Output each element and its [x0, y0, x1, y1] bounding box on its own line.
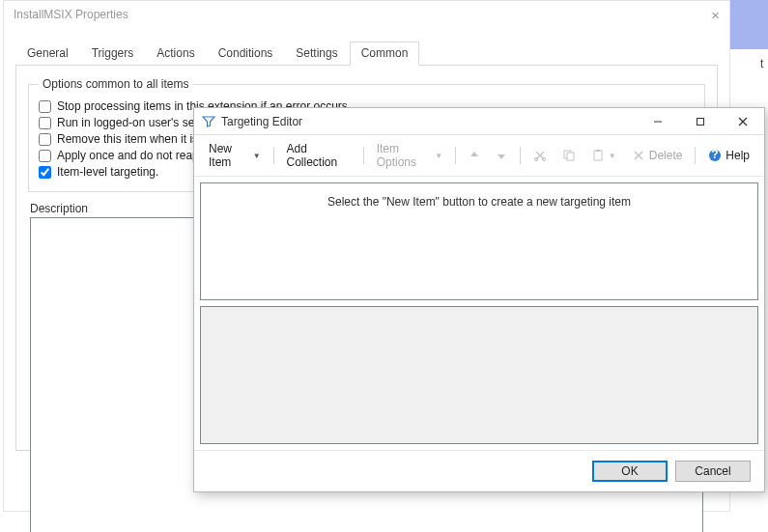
tab-conditions[interactable]: Conditions [207, 42, 285, 66]
checkbox-label: Apply once and do not reapply [57, 149, 213, 162]
add-collection-button[interactable]: Add Collection [280, 139, 357, 172]
paste-button: ▼ [584, 146, 623, 165]
targeting-editor-dialog: Targeting Editor New Item ▼ Add Collecti… [193, 107, 765, 492]
separator [455, 147, 456, 164]
tab-actions[interactable]: Actions [145, 42, 206, 66]
delete-icon [632, 149, 645, 162]
svg-rect-8 [594, 151, 602, 160]
cancel-button[interactable]: Cancel [675, 461, 751, 482]
properties-title: InstallMSIX Properties [14, 8, 128, 21]
dialog-buttons: OK Cancel [194, 450, 764, 491]
targeting-list[interactable]: Select the "New Item" button to create a… [200, 182, 758, 300]
checkbox-label: Item-level targeting. [57, 165, 158, 179]
separator [695, 147, 696, 164]
move-up-button [462, 147, 487, 164]
checkbox-input[interactable] [39, 117, 51, 129]
checkbox-label: Run in logged-on user's securi [57, 116, 213, 129]
delete-button: Delete [625, 146, 690, 165]
properties-titlebar: InstallMSIX Properties × [4, 1, 729, 28]
targeting-titlebar: Targeting Editor [194, 108, 764, 135]
hint-text: Select the "New Item" button to create a… [327, 195, 631, 209]
svg-text:?: ? [712, 149, 719, 161]
checkbox-input[interactable] [39, 100, 51, 113]
paste-icon [591, 149, 605, 162]
tab-settings[interactable]: Settings [284, 42, 349, 66]
close-icon[interactable]: × [711, 7, 720, 23]
new-item-label: New Item [209, 142, 249, 169]
tab-general[interactable]: General [15, 42, 80, 66]
chevron-down-icon: ▼ [609, 152, 616, 160]
targeting-title: Targeting Editor [221, 115, 302, 128]
help-label: Help [725, 149, 750, 162]
maximize-button[interactable] [679, 108, 722, 134]
copy-icon [562, 149, 576, 162]
window-buttons [637, 108, 764, 134]
separator [363, 147, 364, 164]
item-options-button: Item Options ▼ [370, 139, 449, 172]
separator [520, 147, 521, 164]
chevron-down-icon: ▼ [253, 152, 261, 160]
close-button[interactable] [722, 108, 764, 134]
delete-label: Delete [649, 149, 683, 162]
help-icon: ? [708, 149, 722, 162]
minimize-button[interactable] [637, 108, 679, 134]
copy-button [555, 146, 583, 165]
tab-triggers[interactable]: Triggers [80, 42, 146, 66]
help-button[interactable]: ? Help [701, 146, 756, 165]
checkbox-input[interactable] [39, 150, 51, 162]
move-down-button [489, 147, 514, 164]
detail-pane [200, 306, 758, 444]
separator [273, 147, 274, 164]
accent-strip [729, 0, 768, 49]
checkbox-input[interactable] [39, 133, 51, 146]
svg-rect-7 [567, 153, 574, 160]
options-legend: Options common to all items [39, 77, 192, 91]
item-options-label: Item Options [377, 142, 432, 169]
cut-icon [533, 149, 547, 162]
checkbox-input[interactable] [39, 166, 51, 179]
svg-rect-1 [697, 118, 704, 125]
toolbar: New Item ▼ Add Collection Item Options ▼… [194, 135, 764, 177]
new-item-button[interactable]: New Item ▼ [202, 139, 268, 172]
tab-common[interactable]: Common [350, 42, 420, 66]
checkbox-label: Remove this item when it is no [57, 132, 214, 146]
svg-rect-9 [596, 150, 600, 152]
ok-button[interactable]: OK [592, 461, 668, 482]
chevron-down-icon: ▼ [435, 152, 442, 160]
work-area: Select the "New Item" button to create a… [194, 177, 764, 450]
cut-button [526, 146, 554, 165]
tabs: General Triggers Actions Conditions Sett… [4, 42, 729, 66]
peek-char: t [760, 56, 768, 73]
filter-icon [202, 115, 215, 128]
